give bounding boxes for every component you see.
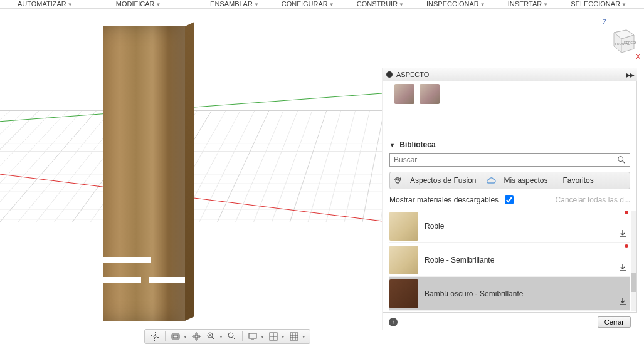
material-name: Roble (425, 222, 444, 231)
download-icon[interactable] (618, 296, 628, 306)
model-slot (149, 277, 185, 283)
svg-point-4 (618, 157, 623, 162)
update-dot-icon (625, 211, 628, 214)
panel-header[interactable]: ASPECTO ▶▶ (383, 68, 637, 81)
material-item-roble-semi[interactable]: Roble - Semibrillante (389, 243, 630, 277)
menu-seleccionar[interactable]: SELECCIONAR▼ (559, 0, 638, 8)
svg-rect-8 (173, 335, 178, 338)
close-button[interactable]: Cerrar (598, 316, 631, 328)
viewcube-icon[interactable]: FRONTAL DERECHA (608, 25, 636, 54)
svg-point-11 (228, 333, 233, 338)
applied-swatch[interactable] (394, 84, 414, 104)
material-thumb (389, 212, 418, 241)
svg-rect-18 (290, 333, 298, 340)
popout-icon[interactable]: ▶▶ (626, 71, 633, 78)
downloadable-label: Mostrar materiales descargables (389, 195, 499, 204)
material-item-bambu[interactable]: Bambú oscuro - Semibrillante (389, 277, 630, 311)
applied-swatch[interactable] (420, 84, 440, 104)
grid-single-icon[interactable] (267, 330, 280, 343)
panel-footer: i Cerrar (383, 313, 637, 330)
material-thumb (389, 246, 418, 274)
orbit-icon[interactable] (149, 330, 161, 343)
model-slot (103, 257, 151, 263)
panel-title: ASPECTO (396, 71, 429, 78)
main-toolbar: AUTOMATIZAR▼ MODIFICAR▼ ENSAMBLAR▼ CONFI… (0, 0, 644, 9)
model-slot (103, 277, 141, 283)
material-thumb (389, 279, 418, 308)
chevron-down-icon: ▼ (389, 142, 395, 148)
menu-construir[interactable]: CONSTRUIR▼ (346, 0, 415, 8)
info-icon[interactable]: i (389, 318, 398, 326)
grid-multi-icon[interactable] (288, 330, 300, 343)
downloadable-row: Mostrar materiales descargables Cancelar… (383, 189, 636, 207)
menu-modificar[interactable]: MODIFICAR▼ (105, 0, 172, 8)
download-icon[interactable] (618, 263, 628, 273)
model-board[interactable] (103, 26, 185, 321)
downloadable-checkbox[interactable] (505, 195, 514, 204)
applied-appearance-row (383, 81, 636, 137)
download-icon[interactable] (618, 229, 628, 239)
look-icon[interactable] (169, 330, 182, 343)
navigation-toolbar: ▼ ▼ ▼ ▼ ▼ (144, 329, 310, 344)
menu-ensamblar[interactable]: ENSAMBLAR▼ (199, 0, 270, 8)
svg-line-10 (212, 337, 215, 340)
filter-favorites[interactable]: Favoritos (557, 176, 598, 185)
viewcube[interactable]: Z FRONTAL DERECHA X (601, 23, 636, 58)
collapse-icon[interactable] (386, 71, 393, 78)
zoom-window-icon[interactable] (205, 330, 218, 343)
search-input[interactable] (390, 155, 617, 164)
material-list: Roble Roble - Semibrillante Bambú oscuro… (383, 207, 636, 312)
material-scrollbar[interactable] (631, 211, 636, 311)
axis-z-label: Z (603, 19, 606, 26)
library-section-header[interactable]: ▼ Biblioteca (383, 137, 636, 153)
axis-x-label: X (636, 53, 640, 60)
menu-configurar[interactable]: CONFIGURAR▼ (270, 0, 346, 8)
filter-fusion-appearances[interactable]: Aspectos de Fusion (405, 176, 481, 185)
material-item-roble[interactable]: Roble (389, 209, 630, 243)
menu-insertar[interactable]: INSERTAR▼ (497, 0, 560, 8)
refresh-icon[interactable] (393, 175, 403, 185)
svg-rect-13 (249, 333, 256, 338)
appearance-panel: ASPECTO ▶▶ ▼ Biblioteca Aspectos de Fusi… (383, 68, 637, 330)
search-input-wrap (389, 153, 630, 167)
svg-line-12 (233, 337, 236, 340)
pan-icon[interactable] (190, 330, 203, 343)
update-dot-icon (625, 244, 628, 248)
cloud-icon (486, 175, 496, 185)
library-filter-bar: Aspectos de Fusion Mis aspectos Favorito… (389, 172, 630, 189)
svg-line-5 (623, 161, 625, 164)
material-name: Roble - Semibrillante (425, 256, 494, 264)
zoom-icon[interactable] (226, 330, 238, 343)
svg-point-6 (154, 335, 156, 338)
material-name: Bambú oscuro - Semibrillante (425, 289, 523, 298)
cancel-all-downloads[interactable]: Cancelar todas las d... (556, 195, 630, 204)
display-settings-icon[interactable] (246, 330, 259, 343)
filter-my-appearances[interactable]: Mis aspectos (499, 176, 552, 185)
viewcube-right-label: DERECHA (624, 41, 636, 44)
menu-inspeccionar[interactable]: INSPECCIONAR▼ (415, 0, 497, 8)
menu-automatizar[interactable]: AUTOMATIZAR▼ (6, 0, 84, 8)
search-icon[interactable] (617, 155, 630, 164)
